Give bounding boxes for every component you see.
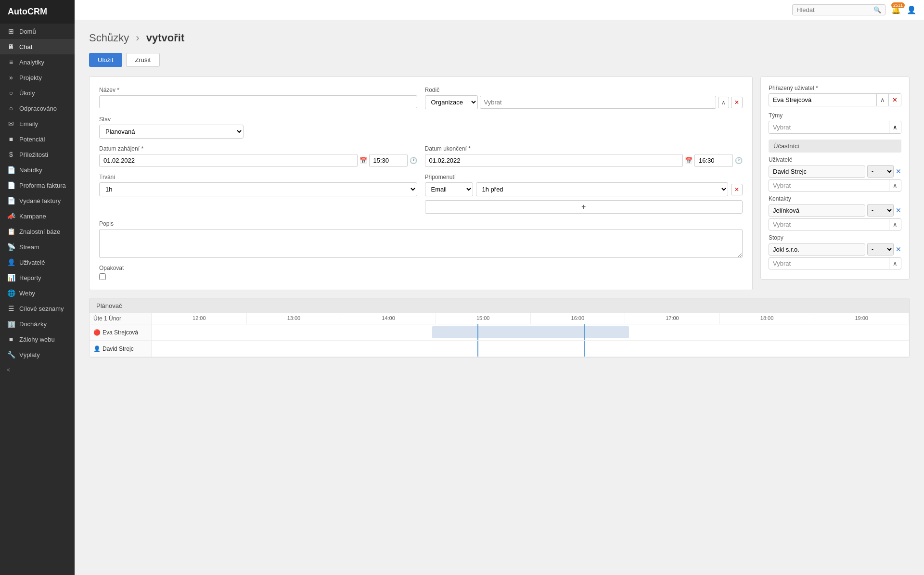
sidebar-item-chat[interactable]: 🖥 Chat bbox=[0, 39, 75, 54]
search-input[interactable] bbox=[796, 6, 873, 13]
planner-timeline-eva bbox=[152, 324, 909, 340]
row-dates: Datum zahájení * 📅 🕐 Datum ukončení * bbox=[99, 145, 743, 167]
datum-ukonceni-time-input[interactable] bbox=[694, 154, 733, 167]
uzivatele-vybrat-button[interactable]: ∧ bbox=[889, 180, 901, 191]
planner-date-label: Úte 1 Únor bbox=[90, 313, 152, 324]
search-icon[interactable]: 🔍 bbox=[873, 6, 881, 13]
stopy1-row: Joki s.r.o. - ✕ bbox=[769, 243, 901, 256]
sidebar-item-cilove[interactable]: ☰ Cílové seznamy bbox=[0, 301, 75, 316]
kontakty-sublabel: Kontakty bbox=[769, 195, 901, 202]
planner-timeline-david bbox=[152, 341, 909, 357]
datum-ukonceni-date-input[interactable] bbox=[425, 154, 683, 167]
add-reminder-button[interactable]: + bbox=[425, 200, 743, 214]
pripomenuti-type-select[interactable]: Email SMS Notifikace bbox=[425, 182, 473, 196]
web-icon: 🌐 bbox=[7, 289, 15, 297]
datum-zahajeni-time-input[interactable] bbox=[369, 154, 408, 167]
tymy-up-button[interactable]: ∧ bbox=[889, 121, 901, 133]
rodic-clear-button[interactable]: ✕ bbox=[731, 97, 743, 108]
sidebar-item-vydane[interactable]: 📄 Vydané faktury bbox=[0, 193, 75, 208]
datum-ukonceni-label: Datum ukončení * bbox=[425, 145, 743, 152]
planner-body: Úte 1 Únor 12:00 13:00 14:00 15:00 16:00… bbox=[90, 313, 909, 357]
opakovat-checkbox[interactable] bbox=[99, 273, 106, 280]
notifications-icon[interactable]: 🔔 2511 bbox=[891, 5, 901, 14]
user1-delete-button[interactable]: ✕ bbox=[896, 167, 901, 175]
contact1-delete-button[interactable]: ✕ bbox=[896, 206, 901, 214]
toolbar: Uložit Zrušit bbox=[89, 53, 910, 67]
sidebar-item-znalostni[interactable]: 📋 Znalostní báze bbox=[0, 224, 75, 239]
cancel-button[interactable]: Zrušit bbox=[126, 53, 160, 67]
sidebar-item-kampane[interactable]: 📣 Kampane bbox=[0, 208, 75, 224]
sidebar-item-potencial[interactable]: ■ Potenciál bbox=[0, 131, 75, 147]
user-avatar-icon[interactable]: 👤 bbox=[907, 5, 916, 14]
contact1-role-select[interactable]: - bbox=[867, 204, 894, 217]
form-area: Název * Rodič Organizace Kontakt Příleži… bbox=[89, 77, 910, 290]
rodic-up-button[interactable]: ∧ bbox=[718, 97, 729, 108]
assigned-clear-button[interactable]: ✕ bbox=[888, 94, 901, 106]
nazev-input[interactable] bbox=[99, 95, 417, 108]
time-14: 14:00 bbox=[341, 313, 436, 324]
sidebar-item-zalohy[interactable]: ■ Zálohy webu bbox=[0, 332, 75, 347]
chat-icon: 🖥 bbox=[7, 43, 15, 51]
stopy-vybrat-button[interactable]: ∧ bbox=[889, 258, 901, 269]
stopy1-delete-button[interactable]: ✕ bbox=[896, 245, 901, 253]
sidebar-item-stream[interactable]: 📡 Stream bbox=[0, 239, 75, 255]
time-18: 18:00 bbox=[720, 313, 815, 324]
datum-zahajeni-row: 📅 🕐 bbox=[99, 154, 417, 167]
clock-icon-zahajeni: 🕐 bbox=[410, 157, 417, 164]
sidebar-collapse-button[interactable]: < bbox=[0, 362, 75, 377]
group-stav: Stav Planovaná Probíhá Dokončena Zrušena bbox=[99, 116, 244, 139]
group-pripomenuti: Připomenutí Email SMS Notifikace 1h před… bbox=[425, 174, 743, 214]
group-trvani: Trvání 1h 30min 2h 3h bbox=[99, 174, 417, 214]
rodic-label: Rodič bbox=[425, 87, 743, 93]
pripomenuti-when-select[interactable]: 1h před 30min před 2h před 1 den před bbox=[476, 182, 729, 196]
stopy1-role-select[interactable]: - bbox=[867, 243, 894, 256]
popis-textarea[interactable] bbox=[99, 229, 743, 258]
datum-zahajeni-date-input[interactable] bbox=[99, 154, 358, 167]
save-button[interactable]: Uložit bbox=[89, 53, 122, 67]
group-popis: Popis bbox=[99, 220, 743, 258]
sidebar-item-odpracovano[interactable]: ○ Odpracováno bbox=[0, 101, 75, 116]
sidebar-item-proforma[interactable]: 📄 Proforma faktura bbox=[0, 178, 75, 193]
time-12: 12:00 bbox=[152, 313, 247, 324]
calendar-icon-zahajeni: 📅 bbox=[359, 157, 367, 164]
sidebar-item-reporty[interactable]: 📊 Reporty bbox=[0, 270, 75, 285]
uzivatele-vybrat-placeholder: Vybrat bbox=[769, 180, 889, 191]
time-17: 17:00 bbox=[625, 313, 720, 324]
trvani-select[interactable]: 1h 30min 2h 3h bbox=[99, 182, 417, 196]
ucastnici-header: Účastníci bbox=[769, 140, 901, 153]
kontakty-vybrat-row: Vybrat ∧ bbox=[769, 218, 901, 230]
popis-label: Popis bbox=[99, 220, 743, 227]
potencial-icon: ■ bbox=[7, 135, 15, 143]
planner-person-eva: 🔴 Eva Strejcová bbox=[90, 324, 152, 340]
main-area: 🔍 🔔 2511 👤 Schůzky › vytvořit Uložit Zru… bbox=[75, 0, 924, 575]
reports-icon: 📊 bbox=[7, 274, 15, 281]
sidebar-item-domu[interactable]: ⊞ Domů bbox=[0, 24, 75, 39]
contact1-row: Jelínková - ✕ bbox=[769, 204, 901, 217]
row-trvani-pripomenuti: Trvání 1h 30min 2h 3h Připomenutí Email bbox=[99, 174, 743, 214]
sidebar-item-uzivatele[interactable]: 👤 Uživatelé bbox=[0, 255, 75, 270]
pripomenuti-delete-button[interactable]: ✕ bbox=[731, 184, 743, 195]
eva-busy-block bbox=[432, 326, 629, 338]
vydane-icon: 📄 bbox=[7, 197, 15, 204]
stav-select[interactable]: Planovaná Probíhá Dokončena Zrušena bbox=[99, 125, 244, 139]
kampane-icon: 📣 bbox=[7, 212, 15, 220]
kontakty-vybrat-button[interactable]: ∧ bbox=[889, 219, 901, 230]
sidebar-item-weby[interactable]: 🌐 Weby bbox=[0, 285, 75, 301]
sidebar-item-dochazky[interactable]: 🏢 Docházky bbox=[0, 316, 75, 332]
rodic-type-select[interactable]: Organizace Kontakt Příležitost bbox=[425, 95, 478, 109]
sidebar-item-analytiky[interactable]: ≡ Analytiky bbox=[0, 54, 75, 70]
sidebar-item-projekty[interactable]: » Projekty bbox=[0, 70, 75, 85]
rodic-value-input[interactable] bbox=[480, 96, 717, 109]
sidebar-item-emaily[interactable]: ✉ Emaily bbox=[0, 116, 75, 131]
sidebar-item-ukoly[interactable]: ○ Úkoly bbox=[0, 85, 75, 101]
sidebar-item-vyplaty[interactable]: 🔧 Výplaty bbox=[0, 347, 75, 362]
stav-label: Stav bbox=[99, 116, 244, 123]
pripomenuti-row: Email SMS Notifikace 1h před 30min před … bbox=[425, 182, 743, 196]
topbar: 🔍 🔔 2511 👤 bbox=[75, 0, 924, 20]
payroll-icon: 🔧 bbox=[7, 351, 15, 358]
assigned-up-button[interactable]: ∧ bbox=[876, 94, 888, 106]
sidebar-item-prilezitosti[interactable]: $ Příležitosti bbox=[0, 147, 75, 162]
sidebar-item-nabidky[interactable]: 📄 Nabídky bbox=[0, 162, 75, 178]
clock-icon-ukonceni: 🕐 bbox=[735, 157, 743, 164]
user1-role-select[interactable]: - bbox=[867, 165, 894, 178]
